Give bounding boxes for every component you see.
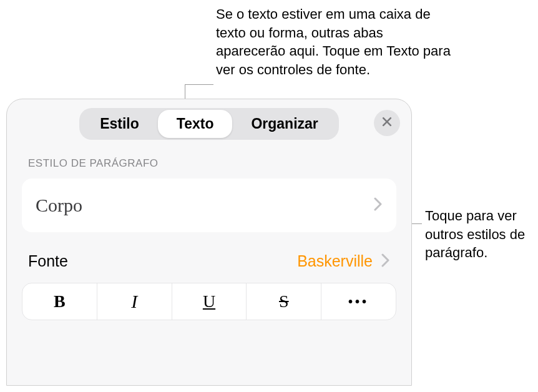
underline-button[interactable]: U bbox=[172, 283, 247, 320]
font-row[interactable]: Fonte Baskerville bbox=[22, 252, 396, 279]
strikethrough-button[interactable]: S bbox=[247, 283, 321, 320]
chevron-right-icon bbox=[381, 253, 390, 270]
callout-leader-line bbox=[185, 84, 213, 85]
italic-button[interactable]: I bbox=[97, 283, 172, 320]
paragraph-style-row[interactable]: Corpo bbox=[22, 179, 396, 232]
more-options-button[interactable]: ••• bbox=[321, 283, 396, 320]
panel-header: Estilo Texto Organizar bbox=[7, 99, 411, 146]
paragraph-style-name: Corpo bbox=[36, 195, 82, 216]
font-value-wrap: Baskerville bbox=[297, 252, 390, 270]
tab-segmented-control: Estilo Texto Organizar bbox=[79, 108, 339, 140]
more-icon: ••• bbox=[348, 295, 369, 309]
tab-text[interactable]: Texto bbox=[158, 110, 233, 138]
tab-style[interactable]: Estilo bbox=[81, 110, 158, 138]
close-icon bbox=[381, 115, 393, 130]
callout-top: Se o texto estiver em uma caixa de texto… bbox=[216, 5, 453, 79]
format-panel: Estilo Texto Organizar ESTILO DE PARÁGRA… bbox=[6, 99, 412, 386]
format-toolbar: B I U S ••• bbox=[22, 283, 396, 320]
close-button[interactable] bbox=[374, 110, 400, 136]
font-value: Baskerville bbox=[297, 252, 373, 270]
callout-right: Toque para ver outros estilos de parágra… bbox=[425, 207, 531, 262]
paragraph-style-section-label: ESTILO DE PARÁGRAFO bbox=[7, 146, 411, 175]
bold-button[interactable]: B bbox=[22, 283, 97, 320]
chevron-right-icon bbox=[374, 197, 383, 214]
tab-arrange[interactable]: Organizar bbox=[232, 110, 336, 138]
font-label: Fonte bbox=[28, 252, 68, 270]
